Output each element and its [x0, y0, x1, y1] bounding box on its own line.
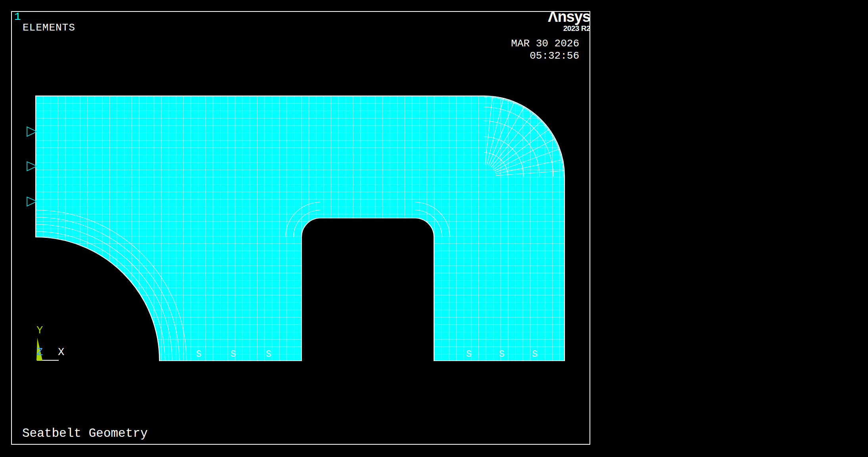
ansys-graphics-window: 1 ELEMENTS Λnsys 2023 R2 MAR 30 2026 05:…: [0, 0, 868, 457]
plot-type-label: ELEMENTS: [23, 23, 75, 33]
symmetry-symbol: S: [266, 350, 271, 359]
plot-number: 1: [14, 11, 21, 23]
symmetry-symbol: S: [230, 350, 236, 359]
plot-title: Seatbelt Geometry: [22, 427, 148, 440]
triad-y-label: Y: [36, 325, 43, 336]
symmetry-symbol: S: [499, 350, 505, 359]
time-label: 05:32:56: [530, 51, 579, 61]
ansys-logo: Λnsys: [548, 9, 590, 24]
ansys-version: 2023 R2: [563, 25, 590, 32]
triad-x-label: X: [58, 347, 64, 358]
triad-z-label: Z: [36, 347, 43, 358]
symmetry-symbol: S: [532, 350, 538, 359]
symmetry-symbol: S: [466, 350, 472, 359]
symmetry-symbol: S: [196, 350, 202, 359]
viewport-frame: [11, 11, 590, 445]
date-label: MAR 30 2026: [511, 38, 579, 49]
